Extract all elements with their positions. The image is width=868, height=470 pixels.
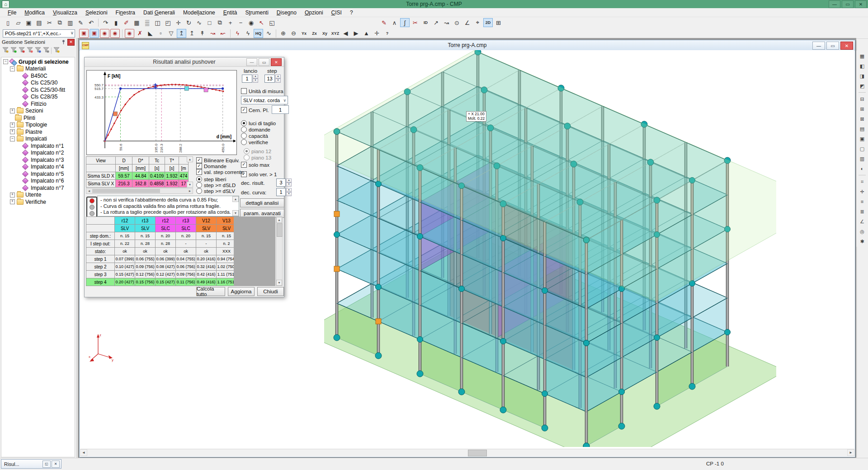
arrow-ne-icon[interactable]: ↗ — [431, 18, 441, 27]
cascade-windows-icon[interactable]: ◱ — [267, 18, 277, 27]
filter-grid-icon[interactable] — [43, 47, 49, 55]
checkbox-val-step-corrente[interactable]: ✓val. step corrente — [196, 169, 244, 175]
tree-item-piastre[interactable]: +Piastre — [1, 128, 75, 136]
tree-item-sezioni[interactable]: +Sezioni — [1, 108, 75, 115]
restore-icon[interactable]: ◱ — [42, 461, 51, 468]
axis-yx-icon[interactable]: Yx — [299, 29, 309, 38]
filter-clear-icon[interactable] — [27, 47, 33, 55]
menu-entit-[interactable]: Entità — [219, 9, 241, 17]
diagram-view-icon[interactable]: ◣ — [146, 29, 155, 38]
scroll-down-icon[interactable]: ▼ — [232, 210, 239, 216]
lights-icon[interactable]: ◐ — [858, 164, 867, 173]
tree-item-fittizio[interactable]: Fittizio — [1, 100, 75, 108]
dec-risult-spinner-down-icon[interactable]: ▼ — [286, 183, 292, 187]
scroll-down-icon[interactable]: ▼ — [276, 280, 282, 286]
split-vertical-icon[interactable]: ◫ — [153, 18, 162, 27]
axis-xyz-icon[interactable]: XYZ — [330, 29, 340, 38]
trim-line-icon[interactable]: ✂ — [410, 18, 420, 27]
close-icon[interactable]: ✕ — [52, 461, 60, 468]
menu-?[interactable]: ? — [346, 9, 357, 17]
step-next-icon[interactable]: ▶ — [351, 29, 361, 38]
tree-item-utente[interactable]: +Utente — [1, 192, 75, 199]
scroll-left-icon[interactable]: ◄ — [80, 449, 87, 456]
menu-file[interactable]: File — [4, 9, 20, 17]
wave-mode-icon[interactable]: ∿ — [264, 29, 274, 38]
section-y-icon[interactable]: ⊞ — [858, 104, 867, 113]
selection-box-icon[interactable]: ▫ — [156, 29, 165, 38]
hq-render-icon[interactable]: HQ — [254, 29, 263, 38]
unita-di-misura-checkbox[interactable]: Unità di misura — [241, 88, 283, 94]
rectangle-icon[interactable]: □ — [205, 18, 214, 27]
radio-verifiche[interactable]: verifiche — [241, 139, 268, 145]
red-path-1-icon[interactable]: ↝ — [208, 29, 217, 38]
measure-3d-icon[interactable]: ∠ — [858, 217, 867, 226]
results-view-2-icon[interactable]: ▣ — [90, 29, 99, 38]
dialog-close-button[interactable]: ✕ — [271, 58, 282, 66]
sisma-vscroll[interactable]: ▲▼ — [187, 156, 193, 188]
new-file-icon[interactable]: ▯ — [3, 18, 13, 27]
cern-pl-checkbox[interactable]: ✓Cern. Pl. — [241, 107, 269, 113]
redo-icon[interactable]: ↷ — [101, 18, 110, 27]
annotate-icon[interactable]: ⌖ — [473, 18, 482, 27]
lancio-spinner-up-icon[interactable]: ▲ — [253, 75, 258, 79]
model-canvas[interactable]: + X 21.00 Molt. 0.22 zyx Risultati anali… — [80, 50, 854, 449]
select-pointer-icon[interactable]: ↖ — [257, 18, 266, 27]
filter-remove-icon[interactable] — [19, 47, 25, 55]
tree-item-cls-c28-35[interactable]: Cls C28/35 — [1, 94, 75, 101]
help-context-icon[interactable]: ? — [382, 29, 392, 38]
close-icon[interactable]: ✕ — [67, 39, 75, 46]
dec-curva-spinner[interactable]: 1▲▼ — [276, 188, 292, 196]
tree-item-impalcato-n-6[interactable]: Impalcato n°6 — [1, 178, 75, 185]
snap-3d-icon[interactable]: ✛ — [858, 187, 867, 196]
polyline-draw-icon[interactable]: ∧ — [390, 18, 399, 27]
scroll-up-icon[interactable]: ▲ — [276, 217, 282, 223]
spline-draw-icon[interactable]: ∫ — [400, 18, 410, 27]
section-z-icon[interactable]: ⊠ — [858, 114, 867, 123]
shaded-icon[interactable]: ▣ — [858, 134, 867, 143]
step-prev-icon[interactable]: ◀ — [341, 29, 350, 38]
c-maximize-button[interactable]: ▭ — [826, 42, 839, 50]
radio-luci-di-taglio[interactable]: luci di taglio — [241, 120, 276, 126]
axis-xy-icon[interactable]: Xy — [320, 29, 330, 38]
wind-load-icon[interactable]: ∿ — [194, 18, 204, 27]
scroll-left-icon[interactable]: ◄ — [86, 188, 92, 193]
split-horizontal-icon[interactable]: ◰ — [163, 18, 173, 27]
radio-domande[interactable]: domande — [241, 127, 270, 132]
c-minimize-button[interactable]: — — [812, 42, 825, 50]
tree-item-materiali[interactable]: −Materiali — [1, 66, 75, 73]
calcola-tutto-button[interactable]: Calcola tutto — [196, 287, 225, 296]
print-icon[interactable]: ▤ — [34, 18, 44, 27]
sketch-icon[interactable]: ✐ — [122, 18, 131, 27]
menu-strumenti[interactable]: Strumenti — [241, 9, 272, 17]
scroll-right-icon[interactable]: ► — [847, 449, 854, 456]
scroll-right-icon[interactable]: ► — [187, 188, 193, 193]
camera-icon[interactable]: ◎ — [858, 227, 867, 236]
step-spinner-up-icon[interactable]: ▲ — [275, 75, 281, 79]
pushover-dialog-titlebar[interactable]: Risultati analisi pushover —▭✕ — [85, 57, 284, 67]
tree-item-verifiche[interactable]: +Verifiche — [1, 198, 75, 206]
radio-piano-13[interactable]: piano 13 — [244, 155, 271, 160]
image-view-icon[interactable]: ▦ — [132, 18, 142, 27]
dec-curva-spinner-down-icon[interactable]: ▼ — [286, 192, 292, 196]
pan-move-icon[interactable]: ✛ — [174, 18, 183, 27]
solo-ver-checkbox[interactable]: ✓solo ver. > 1 — [241, 171, 277, 177]
undo-icon[interactable]: ↶ — [86, 18, 96, 27]
scrollbar-thumb[interactable] — [468, 450, 487, 456]
tree-item-impalcato-n-3[interactable]: Impalcato n°3 — [1, 156, 75, 164]
sisma-hscroll[interactable]: ◄► — [86, 188, 193, 194]
checkbox-bilineare-equiv-[interactable]: ✓Bilineare Equiv. — [196, 157, 240, 163]
radio-step-liberi[interactable]: step liberi — [196, 176, 226, 182]
duplicate-icon[interactable]: ⧉ — [215, 18, 225, 27]
menu-visualizza[interactable]: Visualizza — [49, 9, 81, 17]
paste-icon[interactable]: ▥ — [66, 18, 75, 27]
dec-curva-spinner-up-icon[interactable]: ▲ — [286, 188, 292, 192]
zoom-out-tool-icon[interactable]: − — [236, 18, 245, 27]
radio-capacit-[interactable]: capacità — [241, 133, 268, 139]
filter-open-icon[interactable] — [2, 47, 9, 55]
hidden-lines-icon[interactable]: ▢ — [858, 144, 867, 153]
curtain-icon[interactable]: ▒ — [142, 18, 152, 27]
view-top-icon[interactable]: ▦ — [858, 52, 867, 61]
model-3d-view[interactable] — [324, 50, 776, 447]
levels-icon[interactable]: ≣ — [858, 207, 867, 216]
step-spinner-down-icon[interactable]: ▼ — [275, 79, 281, 83]
